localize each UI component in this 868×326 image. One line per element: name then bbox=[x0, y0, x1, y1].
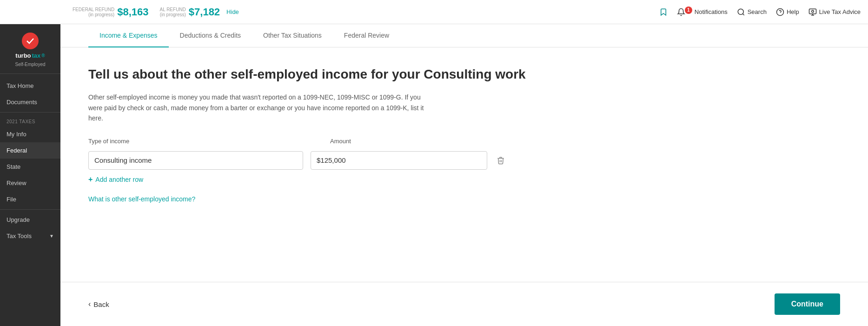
logo-registered: ® bbox=[41, 53, 45, 58]
logo-subtitle: Self-Employed bbox=[15, 62, 45, 67]
sidebar: turbotax® Self-Employed Tax Home Documen… bbox=[0, 24, 60, 326]
sidebar-item-review[interactable]: Review bbox=[0, 175, 60, 191]
notifications-button[interactable]: 1 Notifications bbox=[677, 8, 728, 16]
bell-icon bbox=[677, 8, 685, 16]
federal-refund: FEDERAL REFUND (in progress) $8,163 bbox=[73, 6, 149, 18]
turbotax-logo-icon bbox=[22, 33, 39, 49]
header-actions: 1 Notifications Search Help bbox=[659, 8, 861, 16]
notifications-label: Notifications bbox=[695, 8, 728, 15]
sidebar-logo: turbotax® Self-Employed bbox=[0, 24, 60, 74]
back-label: Back bbox=[93, 300, 109, 308]
sidebar-item-tax-home[interactable]: Tax Home bbox=[0, 78, 60, 94]
page-title: Tell us about the other self-employed in… bbox=[88, 66, 840, 83]
svg-rect-4 bbox=[809, 9, 816, 14]
bookmark-button[interactable] bbox=[659, 8, 668, 16]
al-refund-status: (in progress) bbox=[160, 12, 186, 17]
form-headers: Type of income Amount bbox=[88, 138, 507, 147]
search-button[interactable]: Search bbox=[737, 8, 767, 16]
notification-badge: 1 bbox=[685, 7, 692, 14]
al-refund-label: AL REFUND bbox=[160, 7, 186, 12]
income-row bbox=[88, 151, 507, 170]
delete-row-button[interactable] bbox=[495, 154, 507, 166]
plus-icon: + bbox=[88, 175, 93, 184]
trash-icon bbox=[497, 156, 505, 165]
amount-label: Amount bbox=[330, 138, 507, 145]
help-icon bbox=[776, 8, 784, 16]
page-content: Tell us about the other self-employed in… bbox=[60, 47, 868, 282]
main-layout: turbotax® Self-Employed Tax Home Documen… bbox=[0, 24, 868, 326]
bookmark-icon bbox=[659, 8, 668, 16]
header: FEDERAL REFUND (in progress) $8,163 AL R… bbox=[0, 0, 868, 24]
sidebar-nav: Tax Home Documents 2021 TAXES My Info Fe… bbox=[0, 74, 60, 326]
svg-point-5 bbox=[811, 10, 814, 13]
sidebar-item-my-info[interactable]: My Info bbox=[0, 126, 60, 142]
refund-bar: FEDERAL REFUND (in progress) $8,163 AL R… bbox=[7, 6, 659, 18]
tab-nav: Income & Expenses Deductions & Credits O… bbox=[60, 24, 868, 47]
back-button[interactable]: ‹ Back bbox=[88, 300, 109, 308]
tab-deductions-credits[interactable]: Deductions & Credits bbox=[169, 24, 252, 47]
logo-text: turbo bbox=[15, 52, 31, 59]
search-label: Search bbox=[748, 8, 767, 15]
page-description: Other self-employed income is money you … bbox=[88, 92, 432, 123]
add-another-row-button[interactable]: + Add another row bbox=[88, 175, 507, 184]
sidebar-item-file[interactable]: File bbox=[0, 191, 60, 207]
help-button[interactable]: Help bbox=[776, 8, 799, 16]
tab-other-tax-situations[interactable]: Other Tax Situations bbox=[252, 24, 333, 47]
sidebar-item-tax-tools[interactable]: Tax Tools ▼ bbox=[0, 228, 60, 244]
sidebar-divider-2 bbox=[0, 209, 60, 210]
federal-refund-label: FEDERAL REFUND bbox=[73, 7, 114, 12]
sidebar-section-label: 2021 TAXES bbox=[0, 114, 60, 126]
search-icon bbox=[737, 8, 745, 16]
page-footer: ‹ Back Continue bbox=[60, 282, 868, 326]
sidebar-item-federal[interactable]: Federal bbox=[0, 142, 60, 159]
sidebar-item-state[interactable]: State bbox=[0, 159, 60, 175]
svg-line-1 bbox=[742, 13, 744, 15]
continue-button[interactable]: Continue bbox=[775, 293, 840, 315]
income-form: Type of income Amount bbox=[88, 138, 507, 203]
income-type-input[interactable] bbox=[88, 151, 303, 170]
al-refund-amount: $7,182 bbox=[189, 6, 220, 18]
type-of-income-label: Type of income bbox=[88, 138, 323, 145]
person-icon bbox=[808, 8, 817, 16]
sidebar-divider bbox=[0, 112, 60, 113]
tab-income-expenses[interactable]: Income & Expenses bbox=[88, 24, 169, 47]
checkmark-icon bbox=[26, 36, 35, 46]
back-chevron-icon: ‹ bbox=[88, 300, 91, 308]
chevron-down-icon: ▼ bbox=[49, 233, 54, 239]
content-area: Income & Expenses Deductions & Credits O… bbox=[60, 24, 868, 326]
logo-dot: tax bbox=[32, 52, 41, 59]
income-amount-input[interactable] bbox=[311, 151, 487, 170]
tab-federal-review[interactable]: Federal Review bbox=[333, 24, 400, 47]
federal-refund-amount: $8,163 bbox=[117, 6, 148, 18]
add-row-label: Add another row bbox=[95, 176, 143, 183]
live-tax-advice-button[interactable]: Live Tax Advice bbox=[808, 8, 861, 16]
federal-refund-status: (in progress) bbox=[73, 12, 114, 17]
help-income-link[interactable]: What is other self-employed income? bbox=[88, 195, 195, 203]
svg-point-0 bbox=[738, 9, 743, 14]
al-refund: AL REFUND (in progress) $7,182 Hide bbox=[160, 6, 239, 18]
hide-link[interactable]: Hide bbox=[226, 8, 239, 15]
live-tax-advice-label: Live Tax Advice bbox=[819, 8, 861, 15]
sidebar-item-documents[interactable]: Documents bbox=[0, 94, 60, 110]
help-label: Help bbox=[787, 8, 799, 15]
sidebar-item-upgrade[interactable]: Upgrade bbox=[0, 212, 60, 228]
